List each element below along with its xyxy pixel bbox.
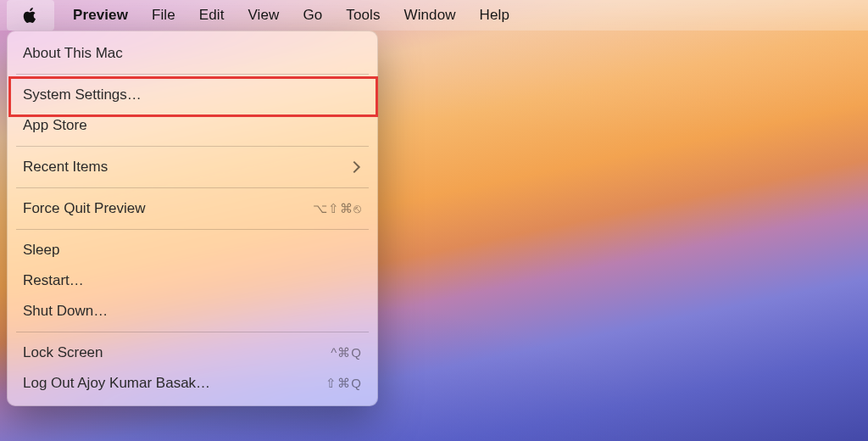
menubar-item-file[interactable]: File — [140, 0, 187, 31]
menubar-app-name[interactable]: Preview — [61, 0, 140, 31]
menu-separator — [16, 332, 369, 332]
keyboard-shortcut-label: ^⌘Q — [331, 343, 362, 363]
menu-item-restart[interactable]: Restart… — [8, 265, 377, 296]
menu-item-label: Log Out Ajoy Kumar Basak… — [23, 373, 210, 394]
menubar-item-edit[interactable]: Edit — [187, 0, 236, 31]
menu-item-label: App Store — [23, 115, 87, 136]
apple-icon — [22, 7, 39, 24]
menubar: Preview File Edit View Go Tools Window H… — [0, 0, 868, 31]
menu-item-shutdown[interactable]: Shut Down… — [8, 296, 377, 327]
menu-separator — [16, 187, 369, 188]
menu-item-sleep[interactable]: Sleep — [8, 235, 377, 265]
menu-item-about-this-mac[interactable]: About This Mac — [8, 38, 377, 69]
menubar-item-help[interactable]: Help — [468, 0, 521, 31]
menu-item-system-settings[interactable]: System Settings… — [8, 80, 377, 110]
menu-separator — [16, 74, 369, 75]
menu-item-log-out[interactable]: Log Out Ajoy Kumar Basak… ⇧⌘Q — [8, 368, 377, 399]
menu-item-recent-items[interactable]: Recent Items — [8, 152, 377, 182]
menu-item-label: Force Quit Preview — [23, 198, 146, 219]
menu-item-label: Recent Items — [23, 157, 108, 177]
menubar-item-window[interactable]: Window — [392, 0, 468, 31]
menu-separator — [16, 146, 369, 147]
menu-item-label: Lock Screen — [23, 343, 103, 363]
apple-menu-button[interactable] — [7, 0, 54, 31]
keyboard-shortcut-label: ⇧⌘Q — [326, 373, 362, 394]
menu-separator — [16, 229, 369, 230]
menubar-item-go[interactable]: Go — [291, 0, 334, 31]
menu-item-lock-screen[interactable]: Lock Screen ^⌘Q — [8, 338, 377, 368]
menubar-item-view[interactable]: View — [236, 0, 291, 31]
menu-item-label: Restart… — [23, 271, 84, 291]
menubar-item-tools[interactable]: Tools — [334, 0, 392, 31]
chevron-right-icon — [348, 161, 360, 173]
keyboard-shortcut-label: ⌥⇧⌘⎋ — [313, 198, 362, 219]
apple-menu-dropdown: About This Mac System Settings… App Stor… — [7, 31, 378, 406]
menu-item-label: System Settings… — [23, 85, 142, 105]
menu-item-app-store[interactable]: App Store — [8, 110, 377, 141]
menu-item-force-quit[interactable]: Force Quit Preview ⌥⇧⌘⎋ — [8, 193, 377, 224]
menu-item-label: Shut Down… — [23, 301, 108, 321]
menu-item-label: About This Mac — [23, 43, 123, 64]
menu-item-label: Sleep — [23, 240, 59, 260]
submenu-chevron — [350, 163, 362, 171]
